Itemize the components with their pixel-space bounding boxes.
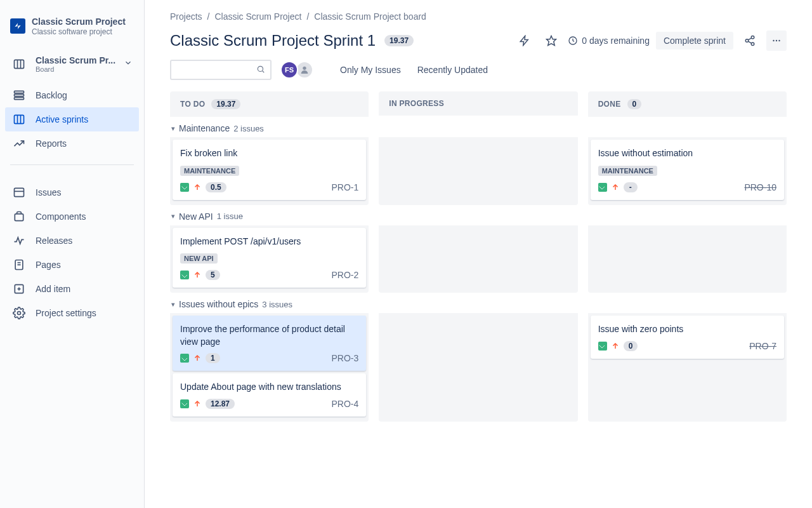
board-columns: TO DO 19.37 IN PROGRESS DONE 0 xyxy=(170,91,787,117)
issue-title: Improve the performance of product detai… xyxy=(180,323,358,348)
swimlane-count: 1 issue xyxy=(217,211,243,221)
sidebar-item-pages[interactable]: Pages xyxy=(5,253,139,277)
chevron-down-icon xyxy=(124,58,133,69)
cell-inprogress[interactable] xyxy=(379,313,577,422)
priority-icon xyxy=(193,354,202,363)
more-icon[interactable] xyxy=(766,30,787,51)
svg-point-27 xyxy=(776,40,777,41)
cell-done[interactable] xyxy=(588,225,787,293)
cell-inprogress[interactable] xyxy=(379,137,577,205)
issue-key: PRO-1 xyxy=(332,182,359,192)
share-icon[interactable] xyxy=(740,30,760,51)
epic-tag: NEW API xyxy=(180,253,218,264)
sidebar-item-releases[interactable]: Releases xyxy=(5,229,139,253)
issue-card[interactable]: Issue with zero points 0 PRO-7 xyxy=(591,316,784,359)
story-points: 12.87 xyxy=(206,399,235,409)
svg-rect-3 xyxy=(15,91,24,93)
only-my-issues-button[interactable]: Only My Issues xyxy=(336,65,405,75)
story-points: 0 xyxy=(624,341,638,351)
breadcrumb: Projects / Classic Scrum Project / Class… xyxy=(170,9,787,27)
complete-sprint-button[interactable]: Complete sprint xyxy=(656,32,733,50)
add-item-icon xyxy=(11,281,27,297)
story-icon xyxy=(180,354,189,363)
chevron-down-icon: ▾ xyxy=(171,212,175,220)
sprint-badge: 19.37 xyxy=(384,35,414,46)
svg-point-18 xyxy=(18,311,21,314)
sidebar-item-add-item[interactable]: Add item xyxy=(5,277,139,301)
sidebar: Classic Scrum Project Classic software p… xyxy=(0,0,145,508)
svg-rect-4 xyxy=(15,94,24,96)
cell-done[interactable]: Issue with zero points 0 PRO-7 xyxy=(588,313,787,422)
board-selector-label: Classic Scrum Pr... xyxy=(36,55,115,65)
backlog-icon xyxy=(11,88,27,103)
sidebar-item-project-settings[interactable]: Project settings xyxy=(5,301,139,325)
story-points: - xyxy=(624,182,638,192)
cell-todo[interactable]: Fix broken link MAINTENANCE 0.5 PRO-1 xyxy=(170,137,369,205)
breadcrumb-board[interactable]: Classic Scrum Project board xyxy=(314,11,426,22)
story-points: 1 xyxy=(206,353,220,363)
story-icon xyxy=(180,399,189,408)
sidebar-item-backlog[interactable]: Backlog xyxy=(5,83,139,107)
swimlane-header[interactable]: ▾ New API 1 issue xyxy=(170,205,787,225)
star-icon[interactable] xyxy=(541,30,561,51)
project-title: Classic Scrum Project xyxy=(32,17,126,27)
project-subtitle: Classic software project xyxy=(32,27,126,36)
sidebar-item-active-sprints[interactable]: Active sprints xyxy=(5,107,139,131)
project-header[interactable]: Classic Scrum Project Classic software p… xyxy=(5,13,139,43)
priority-icon xyxy=(193,271,202,279)
cell-todo[interactable]: Improve the performance of product detai… xyxy=(170,313,369,422)
swimlane-header[interactable]: ▾ Issues without epics 3 issues xyxy=(170,293,787,313)
issue-card[interactable]: Fix broken link MAINTENANCE 0.5 PRO-1 xyxy=(173,140,366,200)
issue-card[interactable]: Implement POST /api/v1/users NEW API 5 P… xyxy=(173,228,366,288)
priority-icon xyxy=(193,399,202,408)
priority-icon xyxy=(611,342,620,351)
divider xyxy=(10,164,134,165)
issues-icon xyxy=(11,185,27,200)
search-input[interactable] xyxy=(170,60,272,80)
automation-icon[interactable] xyxy=(514,30,535,51)
sidebar-item-reports[interactable]: Reports xyxy=(5,131,139,156)
board-selector-sublabel: Board xyxy=(36,65,115,73)
breadcrumb-project[interactable]: Classic Scrum Project xyxy=(214,11,301,22)
svg-point-21 xyxy=(751,36,754,39)
issue-key: PRO-10 xyxy=(744,182,776,192)
svg-rect-6 xyxy=(15,115,24,123)
svg-rect-0 xyxy=(15,60,24,68)
cell-done[interactable]: Issue without estimation MAINTENANCE - P… xyxy=(588,137,787,205)
issue-card[interactable]: Issue without estimation MAINTENANCE - P… xyxy=(591,140,784,200)
swimlane-count: 2 issues xyxy=(233,124,264,133)
column-header-inprogress: IN PROGRESS xyxy=(379,91,577,116)
breadcrumb-projects[interactable]: Projects xyxy=(170,11,202,22)
svg-line-24 xyxy=(748,38,751,40)
board-icon xyxy=(11,57,27,72)
issue-key: PRO-2 xyxy=(332,270,359,280)
avatar-user[interactable]: FS xyxy=(280,61,298,79)
svg-marker-19 xyxy=(547,36,556,46)
story-icon xyxy=(598,183,607,192)
avatar-group[interactable]: FS xyxy=(280,61,313,79)
sidebar-item-issues[interactable]: Issues xyxy=(5,180,139,204)
page-title: Classic Scrum Project Sprint 1 xyxy=(170,32,376,50)
priority-icon xyxy=(193,183,202,192)
cell-todo[interactable]: Implement POST /api/v1/users NEW API 5 P… xyxy=(170,225,369,293)
reports-icon xyxy=(11,136,27,151)
swimlane-header[interactable]: ▾ Maintenance 2 issues xyxy=(170,117,787,137)
recently-updated-button[interactable]: Recently Updated xyxy=(414,65,492,75)
story-icon xyxy=(598,342,607,351)
swimlane-count: 3 issues xyxy=(262,300,292,309)
board-selector[interactable]: Classic Scrum Pr... Board xyxy=(5,51,139,77)
sidebar-item-components[interactable]: Components xyxy=(5,204,139,229)
issue-card[interactable]: Improve the performance of product detai… xyxy=(173,316,366,371)
story-icon xyxy=(180,271,189,279)
chevron-down-icon: ▾ xyxy=(171,300,175,309)
issue-key: PRO-7 xyxy=(749,341,776,351)
chevron-down-icon: ▾ xyxy=(171,124,175,133)
issue-card[interactable]: Update About page with new translations … xyxy=(173,373,366,417)
project-icon xyxy=(10,18,25,34)
svg-rect-5 xyxy=(15,97,24,99)
search-field[interactable] xyxy=(176,65,256,75)
svg-point-28 xyxy=(778,40,780,41)
cell-inprogress[interactable] xyxy=(379,225,577,293)
swimlane-name: New API xyxy=(179,211,213,222)
avatar-unassigned[interactable] xyxy=(296,61,313,79)
